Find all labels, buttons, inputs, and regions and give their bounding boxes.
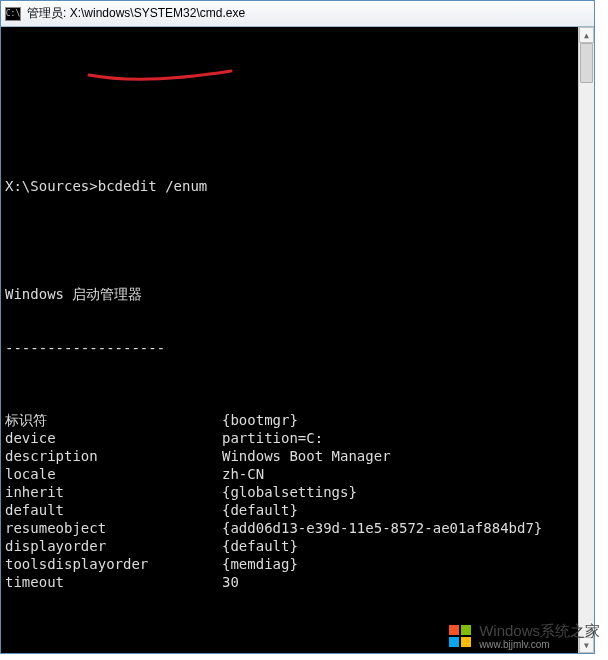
config-row: inherit{globalsettings} bbox=[5, 483, 590, 501]
config-key: default bbox=[5, 501, 222, 519]
svg-rect-2 bbox=[449, 637, 459, 647]
config-row: 标识符{bootmgr} bbox=[5, 411, 590, 429]
config-value: {default} bbox=[222, 537, 590, 555]
watermark-subtitle: 系统之家 bbox=[540, 622, 600, 639]
config-key: displayorder bbox=[5, 537, 222, 555]
svg-rect-3 bbox=[461, 637, 471, 647]
watermark: Windows系统之家 www.bjjmlv.com bbox=[447, 622, 600, 650]
cmd-window: C:\ 管理员: X:\windows\SYSTEM32\cmd.exe ▲ ▼… bbox=[0, 0, 595, 654]
watermark-text: Windows系统之家 www.bjjmlv.com bbox=[479, 622, 600, 650]
config-value: partition=C: bbox=[222, 429, 590, 447]
config-value: {memdiag} bbox=[222, 555, 590, 573]
svg-rect-0 bbox=[449, 625, 459, 635]
config-key: resumeobject bbox=[5, 519, 222, 537]
config-value: 30 bbox=[222, 573, 590, 591]
config-row: localezh-CN bbox=[5, 465, 590, 483]
config-value: Windows Boot Manager bbox=[222, 447, 590, 465]
svg-rect-1 bbox=[461, 625, 471, 635]
config-row: devicepartition=C: bbox=[5, 429, 590, 447]
config-row: default{default} bbox=[5, 501, 590, 519]
config-key: inherit bbox=[5, 483, 222, 501]
prompt: X:\Sources> bbox=[5, 177, 98, 195]
config-value: {globalsettings} bbox=[222, 483, 590, 501]
config-value: zh-CN bbox=[222, 465, 590, 483]
watermark-brand: Windows bbox=[479, 622, 540, 639]
window-title: 管理员: X:\windows\SYSTEM32\cmd.exe bbox=[27, 5, 245, 22]
config-row: resumeobject{add06d13-e39d-11e5-8572-ae0… bbox=[5, 519, 590, 537]
config-value: {add06d13-e39d-11e5-8572-ae01af884bd7} bbox=[222, 519, 590, 537]
config-value: {default} bbox=[222, 501, 590, 519]
config-key: device bbox=[5, 429, 222, 447]
section-header-bootmgr: Windows 启动管理器 bbox=[5, 285, 590, 303]
config-row: displayorder{default} bbox=[5, 537, 590, 555]
annotation-underline bbox=[87, 69, 233, 87]
config-key: timeout bbox=[5, 573, 222, 591]
config-key: locale bbox=[5, 465, 222, 483]
config-row: toolsdisplayorder{memdiag} bbox=[5, 555, 590, 573]
config-value: {bootmgr} bbox=[222, 411, 590, 429]
command-text: bcdedit /enum bbox=[98, 177, 208, 195]
windows-logo-icon bbox=[447, 623, 473, 649]
section-divider: ------------------- bbox=[5, 339, 590, 357]
cmd-icon: C:\ bbox=[5, 7, 21, 21]
config-row: timeout30 bbox=[5, 573, 590, 591]
config-key: 标识符 bbox=[5, 411, 222, 429]
titlebar[interactable]: C:\ 管理员: X:\windows\SYSTEM32\cmd.exe bbox=[1, 1, 594, 27]
prompt-line: X:\Sources>bcdedit /enum bbox=[5, 177, 590, 195]
terminal-output: X:\Sources>bcdedit /enum Windows 启动管理器 -… bbox=[1, 27, 594, 660]
config-key: description bbox=[5, 447, 222, 465]
config-row: descriptionWindows Boot Manager bbox=[5, 447, 590, 465]
config-key: toolsdisplayorder bbox=[5, 555, 222, 573]
